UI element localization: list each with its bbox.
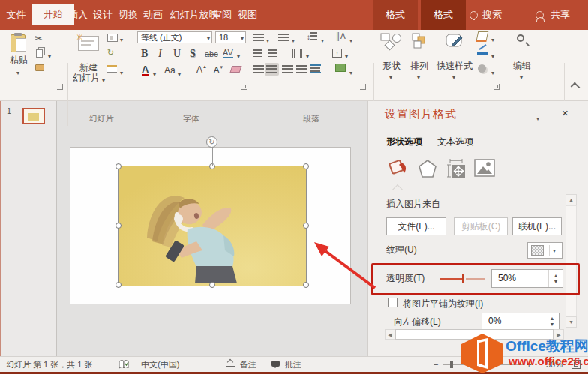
font-size-combo[interactable]: 18 (215, 31, 246, 43)
font-size-arrow[interactable] (241, 32, 244, 44)
editing-button[interactable]: 编辑 (507, 31, 537, 75)
tab-format-picture-tools-active[interactable]: 格式 (421, 0, 466, 30)
copy-button[interactable] (36, 49, 43, 58)
resize-handle-top-left[interactable] (116, 163, 122, 169)
zoom-out-button[interactable]: − (434, 357, 438, 372)
panel-scroll-right-button[interactable]: ▶ (554, 329, 564, 340)
italic-button[interactable]: I (158, 48, 162, 60)
panel-scroll-down-button[interactable]: ▼ (566, 316, 577, 328)
spellcheck-icon[interactable] (118, 360, 129, 370)
language-indicator[interactable]: 中文(中国) (141, 357, 179, 372)
insert-from-online-button[interactable]: 联机(E)... (512, 217, 562, 235)
panel-scroll-left-button[interactable]: ◀ (385, 329, 395, 340)
panel-scrollbar-track[interactable] (566, 205, 577, 316)
offset-left-spinner[interactable]: 0% ▲▼ (482, 313, 560, 330)
line-spacing-button[interactable]: ↕ (307, 32, 317, 41)
convert-smartart-button[interactable] (335, 64, 346, 72)
zoom-slider-handle[interactable] (450, 361, 453, 368)
bullets-button[interactable] (253, 34, 264, 42)
new-slide-button[interactable]: ✳ 新建 幻灯片 (72, 33, 105, 81)
comments-toggle[interactable]: 批注 (285, 357, 302, 372)
panel-tab-text-options[interactable]: 文本选项 (437, 136, 473, 148)
quick-styles-button[interactable]: 快速样式 (434, 31, 476, 75)
insert-from-file-button[interactable]: 文件(F)... (386, 217, 446, 235)
rotate-handle[interactable]: ↻ (206, 136, 218, 148)
size-properties-icon[interactable] (446, 158, 466, 179)
grow-font-button[interactable]: A▲ (196, 64, 207, 75)
resize-handle-bottom-right[interactable] (303, 282, 309, 288)
transparency-spinner[interactable]: 50% ▲▼ (491, 269, 563, 288)
reset-slide-button[interactable]: ↻ (107, 48, 114, 58)
text-shadow-button[interactable]: S (190, 48, 196, 60)
resize-handle-middle-left[interactable] (116, 223, 122, 229)
bold-button[interactable]: B (141, 48, 148, 60)
align-text-button[interactable]: ↕ (332, 49, 342, 58)
panel-hscrollbar-track[interactable] (395, 329, 554, 340)
paragraph-dialog-launcher[interactable] (360, 84, 366, 90)
transparency-slider-track-left[interactable] (440, 278, 463, 280)
distribute-button[interactable] (310, 64, 321, 73)
increase-indent-button[interactable] (268, 49, 278, 58)
tile-as-texture-checkbox[interactable] (388, 298, 398, 307)
shape-outline-button[interactable] (477, 48, 488, 55)
underline-button[interactable]: U (173, 48, 181, 60)
font-color-button[interactable]: A (142, 64, 148, 76)
strikethrough-button[interactable]: abc (205, 49, 218, 58)
texture-dropdown-button[interactable] (527, 242, 562, 259)
collapse-ribbon-chevron[interactable] (571, 82, 580, 92)
character-spacing-button[interactable]: AV (223, 48, 233, 58)
numbering-button[interactable] (278, 34, 290, 42)
resize-handle-bottom-left[interactable] (116, 282, 122, 288)
effects-pentagon-icon[interactable] (418, 159, 437, 178)
panel-scroll-up-button[interactable]: ▲ (566, 194, 577, 205)
align-left-button[interactable] (253, 65, 264, 73)
font-name-arrow[interactable] (207, 32, 210, 44)
change-case-button[interactable]: Aa (164, 65, 176, 76)
tab-view[interactable]: 视图 (230, 0, 266, 30)
fill-bucket-icon-selected[interactable] (388, 158, 410, 178)
format-painter-icon[interactable] (35, 64, 44, 71)
font-name-combo[interactable]: 等线 (正文) (137, 31, 212, 43)
paste-button[interactable]: 粘贴 (6, 33, 32, 72)
cut-button[interactable]: ✂ (34, 33, 43, 44)
align-center-button-selected[interactable] (265, 63, 279, 76)
zoom-slider-track[interactable] (442, 364, 525, 365)
panel-menu-arrow[interactable] (536, 110, 539, 124)
transparency-slider-handle[interactable] (462, 274, 464, 283)
section-button[interactable] (107, 65, 117, 73)
tell-me-search[interactable]: 搜索 (470, 0, 502, 30)
tab-format-drawing-tools[interactable]: 格式 (373, 0, 418, 30)
selected-picture[interactable] (118, 166, 306, 286)
shrink-font-button[interactable]: A▼ (214, 65, 224, 74)
share-button[interactable]: 共享 (536, 0, 570, 30)
align-right-button[interactable] (282, 65, 293, 73)
panel-close-icon[interactable]: × (562, 106, 568, 119)
clear-formatting-eraser-icon[interactable] (230, 66, 242, 73)
shapes-button[interactable]: 形状 (378, 31, 405, 75)
zoom-percentage[interactable]: 50% (546, 357, 562, 372)
resize-handle-bottom-center[interactable] (209, 282, 215, 288)
clipboard-dialog-launcher[interactable] (57, 84, 63, 90)
panel-tab-shape-options[interactable]: 形状选项 (386, 136, 422, 148)
columns-button[interactable] (292, 49, 302, 58)
shape-fill-button[interactable] (476, 31, 489, 40)
justify-button[interactable] (296, 65, 308, 73)
copy-dropdown-arrow[interactable] (48, 48, 51, 61)
resize-handle-top-right[interactable] (303, 163, 309, 169)
drawing-dialog-launcher[interactable] (494, 84, 500, 90)
arrange-button[interactable]: 排列 (406, 31, 433, 75)
text-direction-button[interactable]: ║A (335, 32, 346, 40)
fit-slide-to-window-button[interactable] (572, 360, 580, 369)
slide-layout-button[interactable] (107, 34, 118, 42)
slide-thumbnail-selected[interactable] (22, 108, 45, 124)
font-dialog-launcher[interactable] (242, 84, 248, 90)
transparency-slider-track-right[interactable] (466, 278, 485, 280)
shape-effects-button[interactable] (478, 64, 486, 73)
picture-options-icon[interactable] (474, 159, 495, 178)
tab-file[interactable]: 文件 (0, 0, 32, 30)
offset-left-spin-arrows[interactable]: ▲▼ (544, 313, 559, 329)
notes-toggle[interactable]: 备注 (240, 357, 256, 372)
transparency-spin-arrows[interactable]: ▲▼ (548, 270, 562, 287)
resize-handle-middle-right[interactable] (303, 223, 309, 229)
decrease-indent-button[interactable] (253, 49, 262, 58)
